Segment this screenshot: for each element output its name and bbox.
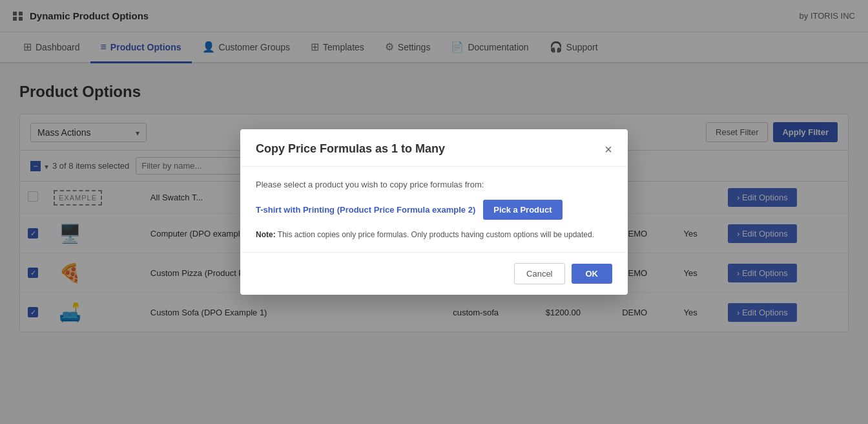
product-selection: T-shirt with Printing (Product Price For… [256,200,612,220]
modal-dialog: Copy Price Formulas as 1 to Many × Pleas… [240,129,628,295]
modal-title: Copy Price Formulas as 1 to Many [256,142,445,156]
modal-header: Copy Price Formulas as 1 to Many × [240,129,628,167]
modal-body: Please select a product you wish to copy… [240,167,628,252]
selected-product-link[interactable]: T-shirt with Printing (Product Price For… [256,205,475,215]
modal-note-text: This action copies only price formulas. … [278,230,594,239]
pick-product-button[interactable]: Pick a Product [483,200,562,220]
modal-note: Note: This action copies only price form… [256,230,612,239]
modal-footer: Cancel OK [240,252,628,295]
modal-cancel-button[interactable]: Cancel [514,263,564,284]
modal-note-strong: Note: [256,230,276,239]
modal-close-button[interactable]: × [604,143,612,156]
modal-ok-button[interactable]: OK [572,264,613,284]
modal-description: Please select a product you wish to copy… [256,180,612,189]
modal-overlay[interactable]: Copy Price Formulas as 1 to Many × Pleas… [0,0,868,345]
